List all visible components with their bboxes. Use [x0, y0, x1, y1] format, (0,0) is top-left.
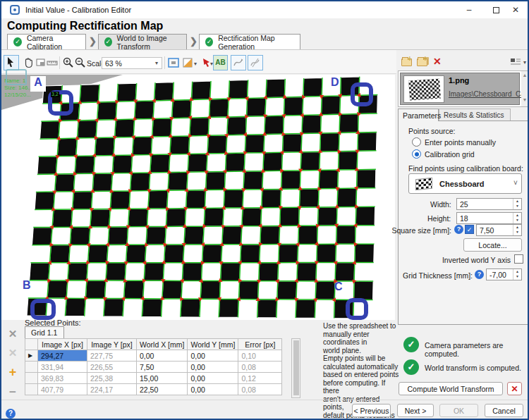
cell-image-x[interactable]: 331,94: [38, 362, 87, 373]
check-icon: ✓: [205, 37, 213, 47]
inverted-y-checkbox[interactable]: [514, 254, 523, 264]
image-list-item[interactable]: 1.png Images\Chessboard_Cali...: [400, 73, 520, 105]
cell-image-y[interactable]: 225,38: [87, 373, 137, 384]
cell-image-x[interactable]: 407,79: [38, 384, 87, 395]
cell-image-x[interactable]: 294,27: [38, 350, 87, 362]
cell-world-x[interactable]: 0,00: [137, 350, 188, 362]
radio-label[interactable]: Enter points manually: [425, 138, 496, 147]
cell-error[interactable]: 0,10: [238, 350, 282, 362]
square-size-spinner[interactable]: ▲▼: [513, 225, 521, 235]
spin-up-icon[interactable]: ▲: [513, 199, 521, 204]
help-icon[interactable]: ?: [6, 409, 16, 419]
cancel-button[interactable]: Cancel: [485, 404, 523, 417]
cell-world-y[interactable]: 0,00: [188, 373, 238, 384]
grid-tab[interactable]: Grid 1.1: [25, 326, 64, 338]
next-button[interactable]: Next >: [397, 404, 434, 417]
fit-to-window-icon[interactable]: [167, 56, 180, 69]
spin-up-icon[interactable]: ▲: [513, 269, 521, 274]
spin-down-icon[interactable]: ▼: [513, 218, 521, 223]
status-check-icon: ✓: [403, 337, 419, 352]
width-spinner[interactable]: ▲▼: [513, 199, 521, 209]
cell-world-y[interactable]: 0,00: [188, 350, 238, 362]
cell-image-x[interactable]: 369,83: [38, 373, 87, 384]
spin-up-icon[interactable]: ▲: [513, 225, 521, 230]
maximize-icon[interactable]: [493, 7, 499, 13]
scroll-up-icon[interactable]: ▲: [521, 73, 528, 78]
add-point-icon[interactable]: +: [6, 365, 20, 380]
ok-button[interactable]: OK: [439, 404, 478, 417]
radio-label[interactable]: Calibration grid: [425, 150, 475, 159]
cell-error[interactable]: 0,08: [238, 384, 282, 395]
cell-image-y[interactable]: 226,55: [87, 362, 137, 373]
minimize-icon[interactable]: –: [458, 3, 480, 17]
spin-down-icon[interactable]: ▼: [513, 204, 521, 209]
compute-world-transform-button[interactable]: Compute World Transform: [399, 382, 503, 395]
cell-world-x[interactable]: 15,00: [137, 373, 188, 384]
tab-rectification-map-generation[interactable]: ✓ Rectification Map Generation: [199, 34, 300, 50]
grid-point-coordinate-label: 3,2: [51, 92, 59, 97]
zoom-in-icon[interactable]: [62, 56, 75, 69]
curve-edit-tool-button[interactable]: [248, 55, 263, 70]
previous-button[interactable]: < Previous: [352, 404, 391, 417]
chevron-down-icon[interactable]: ▾: [523, 59, 526, 66]
column-header[interactable]: World Y [mm]: [188, 339, 238, 350]
cell-error[interactable]: 0,08: [238, 362, 282, 373]
cell-world-x[interactable]: 22,50: [137, 384, 188, 395]
cell-world-y[interactable]: 0,00: [188, 362, 238, 373]
calibration-image-view[interactable]: Name: 1 Size: 146... 12/15/20... A B C D…: [1, 75, 395, 320]
radio-enter-points-manually[interactable]: [412, 137, 421, 147]
scrollbar-thumb[interactable]: [293, 340, 299, 395]
pointer-tool-button[interactable]: [4, 55, 19, 70]
table-row[interactable]: ▶ 294,27 227,75 0,00 0,00 0,10: [25, 350, 282, 362]
help-icon[interactable]: ?: [475, 270, 484, 279]
spin-up-icon[interactable]: ▲: [513, 213, 521, 218]
remove-point-icon[interactable]: −: [6, 385, 20, 400]
background-color-icon[interactable]: [181, 56, 194, 69]
column-header[interactable]: World X [mm]: [137, 339, 188, 350]
delete-all-points-icon[interactable]: ✕: [6, 347, 20, 359]
scroll-down-icon[interactable]: ▼: [521, 97, 528, 102]
pan-hand-icon[interactable]: [22, 56, 35, 69]
list-scrollbar[interactable]: ▲ ▼: [521, 71, 528, 106]
cell-image-y[interactable]: 224,17: [87, 384, 137, 395]
tab-world-to-image-transform[interactable]: ✓ World to Image Transform: [98, 34, 187, 50]
chevron-down-icon[interactable]: ▾: [155, 60, 158, 66]
zoom-out-icon[interactable]: [74, 56, 87, 69]
image-list[interactable]: 1.png Images\Chessboard_Cali... ▲ ▼: [398, 70, 529, 107]
tab-parameters[interactable]: Parameters: [398, 109, 439, 121]
table-row[interactable]: 407,79 224,17 22,50 0,00 0,08: [25, 384, 282, 395]
cell-error[interactable]: 0,12: [238, 373, 282, 384]
height-spinner[interactable]: ▲▼: [513, 213, 521, 223]
table-row[interactable]: 331,94 226,55 7,50 0,00 0,08: [25, 362, 282, 373]
tab-camera-calibration[interactable]: ✓ Camera Calibration: [7, 34, 86, 50]
table-scrollbar[interactable]: [291, 338, 300, 398]
delete-point-icon[interactable]: ✕: [6, 328, 20, 340]
curve-tool-button[interactable]: [231, 55, 246, 70]
selected-points-table[interactable]: Image X [px] Image Y [px] World X [mm] W…: [25, 338, 282, 395]
square-size-checkbox[interactable]: ✓: [465, 225, 474, 234]
spin-down-icon[interactable]: ▼: [513, 230, 521, 235]
radio-calibration-grid[interactable]: [412, 149, 421, 159]
scale-combobox[interactable]: 63 %: [102, 57, 162, 69]
board-type-select[interactable]: Chessboard ˅: [408, 173, 522, 194]
column-header[interactable]: Image X [px]: [38, 339, 87, 350]
measure-ruler-icon[interactable]: [46, 56, 59, 69]
spin-down-icon[interactable]: ▼: [513, 274, 521, 279]
grid-thickness-spinner[interactable]: ▲▼: [513, 269, 521, 280]
file-path-link[interactable]: Images\Chessboard_Cali...: [449, 90, 529, 98]
chevron-down-icon[interactable]: ▾: [194, 61, 197, 67]
cell-world-x[interactable]: 7,50: [137, 362, 188, 373]
column-header[interactable]: Image Y [px]: [87, 339, 137, 350]
column-header[interactable]: Error [px]: [238, 339, 282, 350]
tab-results-statistics[interactable]: Results & Statistics: [439, 109, 511, 121]
table-row[interactable]: 369,83 225,38 15,00 0,00 0,12: [25, 373, 282, 384]
cancel-compute-icon[interactable]: ✕: [507, 382, 522, 395]
cell-image-y[interactable]: 227,75: [87, 350, 137, 362]
locate-button[interactable]: Locate...: [463, 238, 522, 252]
remove-image-icon[interactable]: ✕: [433, 56, 442, 67]
labels-toggle-button[interactable]: AB: [213, 55, 228, 70]
view-mode-icon[interactable]: [511, 58, 521, 68]
help-icon[interactable]: ?: [454, 225, 463, 234]
cell-world-y[interactable]: 0,00: [188, 384, 238, 395]
close-icon[interactable]: ✕: [505, 3, 526, 17]
